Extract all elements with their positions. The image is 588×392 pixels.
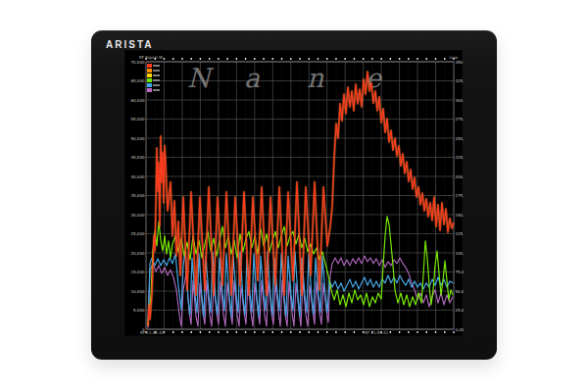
right-axis-tick-label: 75,00 [456,270,465,274]
legend-item-trace-green [147,78,160,82]
left-axis-tick-label: 5,000 [133,308,145,313]
time-label-start: RF 11:45:41 [140,331,164,335]
time-label-mid: RF 11:55:41 [365,331,388,335]
legend-label [153,70,160,73]
watermark-letter: N [187,63,215,93]
left-axis-tick-label: 30,000 [131,213,145,218]
left-axis-tick-label: 15,000 [131,270,145,274]
right-axis-tick-label: 250,00 [456,136,465,141]
monitor-screen: 70,000350,0065,000325,0060,000300,0055,0… [124,50,463,336]
left-axis-tick-label: 60,000 [131,98,145,103]
legend-label [153,65,160,68]
left-axis-tick-label: 45,000 [131,155,145,160]
right-axis-tick-label: 275,00 [456,117,465,122]
left-axis-tick-label: 55,000 [131,117,145,122]
legend-color-chip [147,78,152,82]
right-axis-tick-label: 100,00 [456,251,465,256]
product-photo-background: { "device": { "brand": "ARISTA" }, "scre… [0,0,588,392]
right-axis-tick-label: 150,00 [456,213,465,218]
legend-label [153,89,160,92]
legend-color-chip [147,88,152,92]
right-axis-tick-label: 50,00 [456,289,465,294]
right-axis-tick-label: 0,00 [456,327,465,332]
legend-color-chip [147,64,152,68]
left-axis-tick-label: 40,000 [131,174,145,179]
right-axis-tick-label: 125,00 [456,231,465,236]
watermark-letter: a [244,63,261,93]
legend-label [153,84,160,87]
axis-title-top-right: max [449,56,458,60]
right-axis-tick-label: 200,00 [456,174,465,179]
right-axis-tick-label: 325,00 [456,78,465,83]
right-axis-tick-label: 25,00 [456,308,465,313]
legend-color-chip [147,69,152,73]
right-axis-tick-label: 350,00 [456,60,465,65]
left-axis-tick-label: 65,000 [131,78,145,83]
left-axis-tick-label: 70,000 [131,60,145,65]
right-axis-tick-label: 175,00 [456,193,465,198]
legend-color-chip [147,83,152,87]
legend-item-trace-yellow [147,74,160,77]
legend-item-trace-cyan [147,83,160,87]
axis-title-top-left: RF Signal W [139,56,163,60]
left-axis-tick-label: 50,000 [131,136,145,141]
monitor-bezel: ARISTA 70,000350,0065,000325,0060,000300… [91,30,497,360]
legend-item-trace-magenta [147,88,160,92]
left-axis-tick-label: 10,000 [131,289,145,294]
legend-item-trace-red [147,64,160,68]
legend-color-chip [147,74,152,77]
chart-legend [147,64,160,92]
trend-chart: 70,000350,0065,000325,0060,000300,0055,0… [125,51,464,337]
watermark-letter: n [307,63,324,93]
arista-logo: ARISTA [106,39,153,51]
legend-label [153,79,160,82]
left-axis-tick-label: 35,000 [131,193,145,198]
right-axis-tick-label: 300,00 [456,98,465,103]
left-axis-tick-label: 25,000 [131,231,145,236]
legend-item-trace-orange [147,69,160,73]
right-axis-tick-label: 225,00 [456,155,465,160]
left-axis-tick-label: 20,000 [131,251,145,256]
legend-label [153,74,160,77]
